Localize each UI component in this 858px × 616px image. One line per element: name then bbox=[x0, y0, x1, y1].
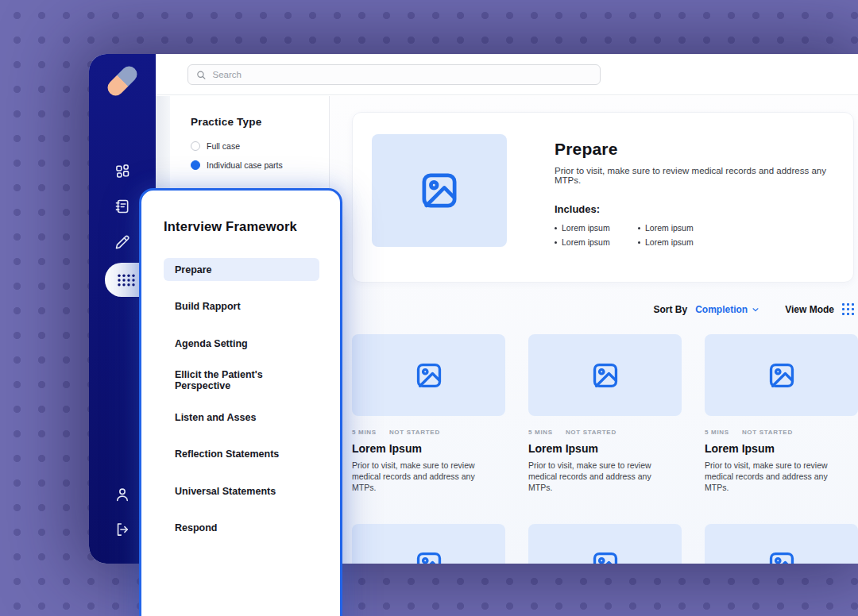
hero-includes-label: Includes: bbox=[555, 203, 834, 215]
card-description: Prior to visit, make sure to review medi… bbox=[352, 460, 500, 494]
image-icon bbox=[418, 169, 461, 212]
apps-grid-icon bbox=[117, 274, 136, 287]
sort-by-label: Sort By bbox=[654, 304, 688, 315]
includes-bullet: Lorem ipsum bbox=[638, 237, 721, 247]
card-status-badge: NOT STARTED bbox=[566, 429, 616, 436]
card-image-placeholder bbox=[528, 524, 682, 564]
search-bar[interactable] bbox=[187, 64, 601, 85]
bullet-dot-icon bbox=[555, 227, 557, 229]
card-title: Lorem Ipsum bbox=[705, 442, 858, 455]
card-status-badge: NOT STARTED bbox=[389, 429, 440, 436]
practice-card[interactable]: 5 MINS NOT STARTED Lorem Ipsum Prior to … bbox=[705, 334, 858, 494]
card-duration: 5 MINS bbox=[352, 429, 377, 436]
sidebar-item-logout[interactable] bbox=[114, 522, 130, 537]
main-content: Prepare Prior to visit, make sure to rev… bbox=[330, 96, 858, 564]
practice-card[interactable]: 5 MINS NOT STARTED Lorem Ipsum Prior to … bbox=[528, 334, 682, 494]
card-duration: 5 MINS bbox=[528, 429, 553, 436]
image-icon bbox=[767, 549, 797, 564]
hero-description: Prior to visit, make sure to review medi… bbox=[555, 166, 834, 185]
practice-type-options: Full case Individual case parts bbox=[191, 141, 329, 170]
interview-framework-panel: Interview Framework Prepare Build Rappor… bbox=[139, 188, 342, 616]
view-mode-toggle[interactable] bbox=[842, 303, 854, 315]
includes-bullet: Lorem ipsum bbox=[638, 223, 721, 233]
image-icon bbox=[590, 549, 620, 564]
card-image-placeholder bbox=[528, 334, 682, 416]
bullet-label: Lorem ipsum bbox=[562, 223, 610, 233]
practice-cards-grid: 5 MINS NOT STARTED Lorem Ipsum Prior to … bbox=[352, 334, 858, 564]
includes-bullet: Lorem ipsum bbox=[555, 237, 638, 247]
sort-dropdown[interactable]: Completion bbox=[695, 304, 759, 315]
framework-item[interactable]: Reflection Statements bbox=[164, 443, 319, 466]
includes-bullet: Lorem ipsum bbox=[555, 223, 638, 233]
framework-item-label: Ellicit the Patient's Perspective bbox=[175, 369, 319, 391]
radio-icon bbox=[191, 160, 200, 170]
card-meta: 5 MINS NOT STARTED bbox=[705, 429, 858, 436]
notebook-icon bbox=[114, 198, 130, 214]
sidebar-item-dashboard[interactable] bbox=[114, 163, 130, 179]
card-description: Prior to visit, make sure to review medi… bbox=[705, 460, 852, 494]
bullet-dot-icon bbox=[638, 241, 640, 244]
framework-item[interactable]: Universal Statements bbox=[164, 479, 319, 502]
card-title: Lorem Ipsum bbox=[352, 442, 505, 455]
card-title: Lorem Ipsum bbox=[528, 442, 682, 455]
card-meta: 5 MINS NOT STARTED bbox=[528, 429, 682, 436]
card-status-badge: NOT STARTED bbox=[742, 429, 793, 436]
hero-card: Prepare Prior to visit, make sure to rev… bbox=[352, 112, 854, 283]
card-image-placeholder bbox=[352, 334, 505, 416]
desktop-background: { "colors": { "background_purple": "#6f6… bbox=[0, 0, 858, 616]
card-image-placeholder bbox=[352, 524, 505, 564]
framework-item[interactable]: Build Rapport bbox=[164, 295, 319, 318]
practice-card[interactable]: 5 MINS NOT STARTED Lorem Ipsum Prior to … bbox=[705, 524, 858, 564]
hero-image-placeholder bbox=[372, 134, 507, 247]
sort-value: Completion bbox=[695, 304, 748, 315]
framework-item[interactable]: Respond bbox=[164, 517, 319, 540]
practice-card[interactable]: 5 MINS NOT STARTED Lorem Ipsum Prior to … bbox=[528, 524, 682, 564]
filter-title: Practice Type bbox=[191, 116, 329, 128]
bullet-dot-icon bbox=[555, 241, 557, 244]
framework-item-label: Listen and Asses bbox=[175, 412, 256, 423]
hero-includes-list: Lorem ipsum Lorem ipsum Lorem ipsum bbox=[555, 223, 834, 247]
logout-icon bbox=[114, 522, 130, 537]
framework-item[interactable]: Ellicit the Patient's Perspective bbox=[164, 369, 319, 392]
profile-icon bbox=[114, 487, 130, 502]
sidebar-item-edit[interactable] bbox=[114, 234, 130, 250]
bullet-dot-icon bbox=[638, 227, 640, 229]
practice-type-radio[interactable]: Full case bbox=[191, 141, 329, 151]
framework-title: Interview Framework bbox=[164, 219, 319, 234]
framework-item-label: Build Rapport bbox=[175, 301, 241, 312]
search-input[interactable] bbox=[212, 70, 592, 79]
framework-item-label: Respond bbox=[175, 522, 217, 533]
radio-icon bbox=[191, 141, 200, 151]
card-duration: 5 MINS bbox=[705, 429, 729, 436]
search-icon bbox=[196, 70, 206, 80]
pencil-icon bbox=[114, 234, 130, 250]
framework-item-label: Universal Statements bbox=[175, 486, 276, 497]
image-icon bbox=[414, 360, 444, 391]
bullet-label: Lorem ipsum bbox=[645, 237, 694, 247]
practice-card[interactable]: 5 MINS NOT STARTED Lorem Ipsum Prior to … bbox=[352, 334, 505, 494]
sidebar-item-notes[interactable] bbox=[114, 198, 130, 214]
view-mode-label: View Mode bbox=[785, 304, 834, 315]
radio-label: Individual case parts bbox=[207, 160, 283, 170]
radio-label: Full case bbox=[207, 141, 240, 151]
framework-item[interactable]: Agenda Setting bbox=[164, 332, 319, 355]
image-icon bbox=[414, 549, 444, 564]
practice-card[interactable]: 5 MINS NOT STARTED Lorem Ipsum Prior to … bbox=[352, 524, 505, 564]
sidebar-item-profile[interactable] bbox=[114, 487, 130, 502]
bullet-label: Lorem ipsum bbox=[645, 223, 694, 233]
image-icon bbox=[767, 360, 797, 391]
grid-view-icon bbox=[842, 303, 854, 315]
card-description: Prior to visit, make sure to review medi… bbox=[528, 460, 676, 494]
framework-item[interactable]: Listen and Asses bbox=[164, 406, 319, 429]
practice-type-radio[interactable]: Individual case parts bbox=[191, 160, 329, 170]
framework-item[interactable]: Prepare bbox=[164, 258, 319, 281]
top-header bbox=[156, 54, 858, 95]
dashboard-icon bbox=[114, 163, 130, 179]
chevron-down-icon bbox=[752, 306, 759, 314]
framework-item-label: Reflection Statements bbox=[175, 449, 279, 460]
image-icon bbox=[590, 360, 620, 391]
hero-title: Prepare bbox=[555, 140, 834, 159]
card-meta: 5 MINS NOT STARTED bbox=[352, 429, 505, 436]
card-image-placeholder bbox=[705, 334, 858, 416]
pill-logo bbox=[104, 63, 140, 98]
